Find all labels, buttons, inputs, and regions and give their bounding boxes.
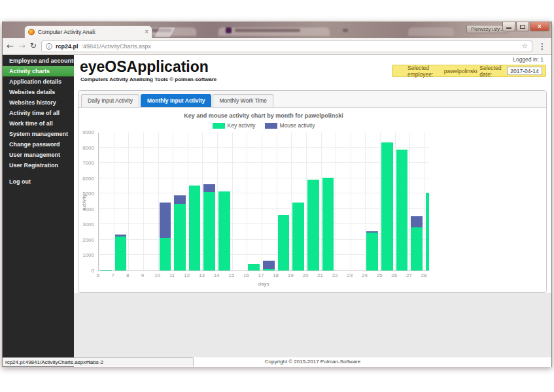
gridline-v <box>217 133 218 270</box>
bar-key-activity <box>115 237 127 270</box>
tab-close-icon[interactable]: × <box>145 29 148 35</box>
x-axis-ticks: 6789101112131415161718192021222324252627… <box>98 272 429 280</box>
window-controls: × <box>502 22 549 31</box>
x-tick-label: 23 <box>343 272 357 278</box>
sidebar-item-user-registration[interactable]: User Registration <box>3 160 74 171</box>
x-tick-label: 22 <box>328 272 342 278</box>
activity-chart: Key and mouse activity chart by month fo… <box>78 108 546 293</box>
gridline-v <box>188 133 188 270</box>
tab-daily-input-activity[interactable]: Daily Input Activity <box>81 94 139 107</box>
minimize-button[interactable] <box>502 22 515 31</box>
x-tick-label: 18 <box>269 272 283 278</box>
y-tick-label: 2000 <box>82 237 94 243</box>
url-bar[interactable]: i rcp24.pl :49841/ActivityCharts.aspx ☆ <box>41 41 532 52</box>
sidebar-item-activity-time-of-all[interactable]: Activity time of all <box>3 108 74 118</box>
minimize-icon <box>506 27 511 29</box>
gridline-v <box>202 133 203 270</box>
x-tick-label: 10 <box>150 272 165 278</box>
bar-key-activity <box>100 270 112 270</box>
gridline-v <box>128 133 129 270</box>
gridline-v <box>143 133 144 270</box>
sidebar-item-employee-and-accounts[interactable]: Employee and accounts <box>3 56 74 66</box>
bar-mouse-activity <box>366 231 378 233</box>
y-tick-label: 4000 <box>82 206 94 212</box>
bar-mouse-activity <box>160 203 171 238</box>
gridline-v <box>232 133 233 270</box>
y-tick-label: 9000 <box>82 129 94 135</box>
gridline-v <box>321 133 322 270</box>
sidebar-item-websites-history[interactable]: Websites history <box>3 97 74 108</box>
x-tick-label: 26 <box>387 272 402 278</box>
bar-key-activity <box>292 203 304 270</box>
x-tick-label: 13 <box>194 272 209 278</box>
x-tick-label: 14 <box>209 272 224 278</box>
x-tick-label: 21 <box>313 272 328 278</box>
x-tick-label: 7 <box>106 272 120 278</box>
back-icon[interactable]: ← <box>7 42 14 50</box>
sidebar-item-application-details[interactable]: Application details <box>3 76 74 87</box>
bar-mouse-activity <box>263 261 275 269</box>
plot-area <box>98 133 429 271</box>
bar-key-activity <box>366 233 378 270</box>
gridline-v <box>306 133 307 270</box>
y-tick-label: 3000 <box>82 221 94 227</box>
tab-monthly-input-activity[interactable]: Monthly Input Activity <box>141 94 211 107</box>
status-bar: rcp24.pl:49841/ActivityCharts.aspx#tabs-… <box>3 357 194 367</box>
bar-key-activity <box>248 264 260 270</box>
sidebar-item-system-management[interactable]: System management <box>3 129 74 139</box>
bar-key-activity <box>381 142 393 270</box>
sidebar-item-work-time-of-all[interactable]: Work time of all <box>3 118 74 129</box>
gridline-v <box>395 133 396 270</box>
maximize-button[interactable] <box>516 22 529 31</box>
refresh-icon[interactable]: ↻ <box>30 42 37 50</box>
bar-key-activity <box>426 193 429 270</box>
main-area: Logged in: 1 eyeOSApplication Computers … <box>74 55 551 367</box>
tab-monthly-work-time[interactable]: Monthly Work Time <box>213 94 273 107</box>
gridline-v <box>277 133 277 270</box>
x-tick-label: 12 <box>180 272 194 278</box>
bar-key-activity <box>189 186 201 270</box>
selected-employee-value: pawelpolinski <box>444 68 477 74</box>
browser-menu-icon[interactable]: ⋮ <box>537 42 547 51</box>
bar-key-activity <box>411 227 423 270</box>
x-tick-label: 8 <box>120 272 135 278</box>
legend-label: Mouse activity <box>280 122 315 129</box>
gridline-v <box>336 133 336 270</box>
legend-swatch-mouse-activity <box>265 123 277 129</box>
bar-key-activity <box>396 150 408 270</box>
selected-date-input[interactable] <box>507 67 542 75</box>
legend-item-mouse-activity: Mouse activity <box>265 122 315 129</box>
browser-tab[interactable]: Computer Activity Anali: × <box>24 25 152 38</box>
sidebar-item-activity-charts[interactable]: Activity charts <box>3 66 74 76</box>
sidebar-item-websites-details[interactable]: Websites details <box>3 87 74 97</box>
sidebar-item-log-out[interactable]: Log out <box>3 176 74 187</box>
page-info-icon[interactable]: i <box>46 43 52 50</box>
plot-wrap: activity 0100020003000400050006000700080… <box>78 133 546 293</box>
x-tick-label: 17 <box>254 272 268 278</box>
close-button[interactable]: × <box>530 22 549 31</box>
selected-date-label: Selected date: <box>479 65 504 78</box>
gridline-v <box>380 133 381 270</box>
x-axis-label: days <box>98 281 429 287</box>
y-axis-ticks: 0100020003000400050006000700080009000 <box>78 133 96 271</box>
bar-key-activity <box>322 178 334 271</box>
bar-mouse-activity <box>411 216 423 227</box>
gridline-v <box>365 133 366 270</box>
x-tick-label: 16 <box>239 272 253 278</box>
legend-item-key-activity: Key activity <box>213 122 256 129</box>
browser-titlebar[interactable]: Computer Activity Anali: × Pierwszy uży.… <box>3 22 551 38</box>
browser-toolbar: ← → ↻ i rcp24.pl :49841/ActivityCharts.a… <box>3 38 551 55</box>
bookmark-star-icon[interactable]: ☆ <box>521 42 528 50</box>
gridline-v <box>424 133 425 270</box>
close-icon: × <box>538 24 542 30</box>
forward-icon[interactable]: → <box>18 42 26 50</box>
sidebar-item-user-management[interactable]: User management <box>3 150 74 160</box>
y-tick-label: 1000 <box>82 252 94 258</box>
sidebar-item-change-password[interactable]: Change password <box>3 139 74 150</box>
bar-key-activity <box>263 269 275 270</box>
selected-employee-label: Selected employee: <box>407 65 441 78</box>
x-tick-label: 25 <box>372 272 387 278</box>
chart-legend: Key activityMouse activity <box>98 122 429 129</box>
bar-key-activity <box>203 192 215 270</box>
y-tick-label: 6000 <box>82 176 94 182</box>
